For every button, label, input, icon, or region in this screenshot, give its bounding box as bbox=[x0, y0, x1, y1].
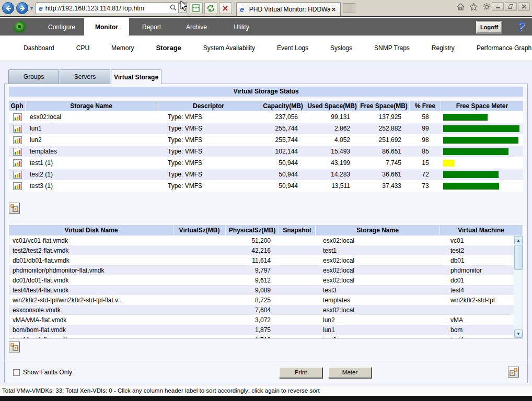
history-dropdown-icon[interactable]: ▼ bbox=[29, 6, 34, 11]
disk-table-scrollbar[interactable]: ▲ ▼ bbox=[514, 235, 523, 338]
meter-button[interactable]: Meter bbox=[328, 367, 372, 378]
subnav-dashboard[interactable]: Dashboard bbox=[13, 44, 65, 52]
disk-storage-cell: test2 bbox=[316, 335, 440, 338]
storage-name-cell: test2 (1) bbox=[26, 169, 157, 180]
subnav-cpu[interactable]: CPU bbox=[65, 44, 100, 52]
physical-size-cell: 9,612 bbox=[226, 275, 279, 285]
disk-storage-cell: templates bbox=[316, 295, 440, 305]
disk-name-cell: test4/test4-flat.vmdk bbox=[9, 285, 174, 295]
free-space-meter-cell bbox=[441, 157, 523, 169]
col-descriptor[interactable]: Descriptor bbox=[157, 101, 260, 111]
graph-icon[interactable] bbox=[9, 169, 26, 180]
subnav-performance-graphs[interactable]: Performance Graphs bbox=[466, 44, 532, 52]
refresh-button[interactable] bbox=[204, 2, 217, 14]
disk-row: bom/bom-flat.vmdk 1,875 lun1 bom bbox=[9, 325, 523, 335]
graph-icon[interactable] bbox=[9, 134, 26, 146]
col-capacity[interactable]: Capacity(MB) bbox=[260, 101, 306, 111]
pct-free-cell: 98 bbox=[410, 134, 441, 146]
col-pct-free[interactable]: % Free bbox=[410, 101, 441, 111]
disk-storage-cell: test1 bbox=[316, 245, 440, 255]
forward-button[interactable] bbox=[16, 2, 28, 14]
capacity-cell: 102,144 bbox=[260, 146, 306, 157]
descriptor-cell: Type: VMFS bbox=[157, 180, 260, 192]
free-space-cell: 86,651 bbox=[358, 146, 410, 157]
tab-close-icon[interactable]: ✕ bbox=[330, 6, 337, 13]
disk-name-cell: db01/db01-flat.vmdk bbox=[9, 255, 174, 265]
tab-virtual-storage[interactable]: Virtual Storage bbox=[111, 69, 161, 84]
close-window-button[interactable] bbox=[518, 2, 530, 11]
col-snapshot[interactable]: Snapshot bbox=[279, 226, 316, 235]
status-text: Total VMw-VMDKs: 33; Total Xen-VDIs: 0 -… bbox=[2, 387, 320, 394]
col-free-space[interactable]: Free Space(MB) bbox=[358, 101, 410, 111]
free-space-cell: 137,925 bbox=[358, 111, 410, 123]
url-text[interactable]: http://192.168.123.114:81/Top.htm bbox=[45, 5, 168, 12]
nav-item-utility[interactable]: Utility bbox=[219, 18, 264, 36]
expand-storage-table-button[interactable] bbox=[9, 203, 20, 214]
subnav-system-availability[interactable]: System Availability bbox=[192, 44, 266, 52]
tab-groups[interactable]: Groups bbox=[8, 69, 59, 84]
scrollbar-thumb[interactable] bbox=[514, 245, 523, 270]
subnav-memory[interactable]: Memory bbox=[100, 44, 145, 52]
back-button[interactable] bbox=[2, 2, 14, 14]
graph-icon[interactable] bbox=[9, 157, 26, 169]
free-space-meter-bar bbox=[443, 125, 519, 132]
nav-item-report[interactable]: Report bbox=[129, 18, 174, 36]
browser-tab[interactable]: e PHD Virtual Monitor: HDDWa... ✕ bbox=[236, 2, 341, 16]
storage-row: esx02:local Type: VMFS 237,056 99,131 13… bbox=[9, 111, 523, 123]
help-icon[interactable]: ? bbox=[517, 20, 525, 34]
logoff-button[interactable]: Logoff bbox=[477, 21, 502, 33]
storage-row: lun1 Type: VMFS 255,744 2,862 252,882 99 bbox=[9, 123, 523, 134]
col-virtual-machine[interactable]: Virtual Machine bbox=[440, 226, 523, 235]
disk-storage-cell: lun1 bbox=[316, 325, 440, 335]
print-button[interactable]: Print bbox=[279, 367, 322, 378]
show-faults-checkbox-group[interactable]: Show Faults Only bbox=[13, 369, 72, 376]
graph-icon[interactable] bbox=[9, 123, 26, 134]
scroll-down-icon[interactable]: ▼ bbox=[514, 329, 523, 338]
col-gph[interactable]: Gph bbox=[9, 101, 26, 111]
col-physicalsz[interactable]: PhysicalSz(MB) bbox=[226, 226, 279, 235]
home-icon[interactable] bbox=[456, 3, 465, 13]
disk-row: esxconsole.vmdk 7,604 esx02:local bbox=[9, 305, 523, 315]
graph-icon[interactable] bbox=[9, 111, 26, 123]
col-virtualsz[interactable]: VirtualSz(MB) bbox=[174, 226, 226, 235]
col-free-space-meter[interactable]: Free Space Meter bbox=[441, 101, 523, 111]
capacity-cell: 237,056 bbox=[260, 111, 306, 123]
virtual-size-cell bbox=[174, 255, 226, 265]
graph-icon[interactable] bbox=[9, 180, 26, 192]
expand-disk-table-button[interactable] bbox=[9, 341, 20, 352]
scroll-up-icon[interactable]: ▲ bbox=[514, 236, 523, 244]
subnav-event-logs[interactable]: Event Logs bbox=[266, 44, 319, 52]
physical-size-cell: 51,200 bbox=[226, 235, 279, 245]
subnav-registry[interactable]: Registry bbox=[421, 44, 466, 52]
show-faults-checkbox[interactable] bbox=[13, 369, 20, 376]
subnav-snmp-traps[interactable]: SNMP Traps bbox=[363, 44, 421, 52]
subnav-storage[interactable]: Storage bbox=[145, 44, 192, 52]
new-tab-button[interactable] bbox=[343, 3, 355, 13]
virtual-machine-cell: dc01 bbox=[440, 275, 523, 285]
search-icon[interactable] bbox=[170, 4, 177, 13]
nav-item-configure[interactable]: Configure bbox=[39, 18, 84, 36]
disk-table-body: vc01/vc01-flat.vmdk 51,200 esx02:local v… bbox=[9, 235, 523, 338]
storage-name-cell: test1 (1) bbox=[26, 157, 157, 169]
col-virtual-disk-name[interactable]: Virtual Disk Name bbox=[9, 226, 174, 235]
virtual-size-cell bbox=[174, 315, 226, 325]
subnav-syslogs[interactable]: Syslogs bbox=[319, 44, 363, 52]
col-storage-name[interactable]: Storage Name bbox=[26, 101, 157, 111]
expand-view-button[interactable] bbox=[508, 367, 519, 378]
pct-free-cell: 58 bbox=[410, 111, 441, 123]
graph-icon[interactable] bbox=[9, 146, 26, 157]
nav-item-monitor[interactable]: Monitor bbox=[84, 18, 129, 36]
snapshot-cell bbox=[279, 325, 316, 335]
col-disk-storage-name[interactable]: Storage Name bbox=[316, 226, 440, 235]
tab-servers[interactable]: Servers bbox=[60, 69, 110, 84]
stop-button[interactable] bbox=[219, 2, 232, 14]
address-bar[interactable]: e http://192.168.123.114:81/Top.htm ▼ bbox=[36, 2, 188, 14]
virtual-size-cell bbox=[174, 235, 226, 245]
tools-gear-icon[interactable] bbox=[482, 3, 491, 13]
col-used-space[interactable]: Used Space(MB) bbox=[306, 101, 358, 111]
favorites-star-icon[interactable] bbox=[469, 3, 478, 13]
compatibility-view-button[interactable] bbox=[190, 2, 203, 14]
nav-item-archive[interactable]: Archive bbox=[174, 18, 219, 36]
minimize-button[interactable] bbox=[492, 2, 504, 11]
restore-button[interactable] bbox=[505, 2, 517, 11]
